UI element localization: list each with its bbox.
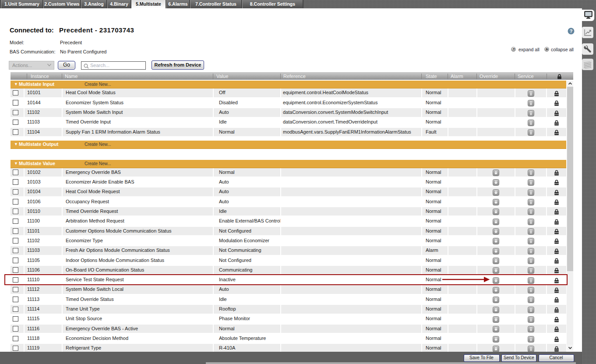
svg-text:?: ? <box>570 28 573 34</box>
